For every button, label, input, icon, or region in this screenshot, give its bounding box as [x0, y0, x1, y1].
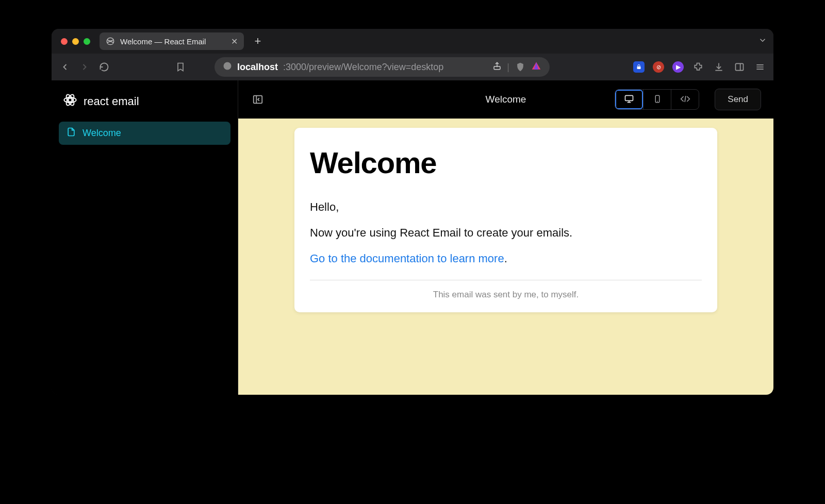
browser-window: Welcome — React Email ✕ + localhost:3000… [52, 29, 773, 395]
sidepanel-button[interactable] [733, 61, 746, 73]
email-body: Now you're using React Email to create y… [310, 226, 702, 240]
url-host: localhost [237, 62, 278, 73]
address-bar[interactable]: localhost:3000/preview/Welcome?view=desk… [214, 57, 550, 77]
email-link-suffix: . [504, 252, 507, 265]
desktop-icon [624, 94, 634, 106]
brand[interactable]: react email [59, 90, 230, 122]
code-icon [680, 94, 690, 106]
app-root: react email Welcome Welcome [52, 80, 773, 395]
sidebar-item-label: Welcome [82, 128, 121, 139]
main: Welcome [238, 80, 773, 395]
email-link-line: Go to the documentation to learn more. [310, 252, 702, 265]
close-window-button[interactable] [61, 38, 68, 45]
email-divider [310, 280, 702, 280]
browser-toolbar: localhost:3000/preview/Welcome?view=desk… [52, 54, 773, 80]
svg-point-11 [69, 98, 72, 102]
brand-logo-icon [63, 93, 77, 110]
email-greeting: Hello, [310, 200, 702, 214]
send-button[interactable]: Send [715, 89, 761, 110]
brave-shields-icon[interactable] [515, 61, 526, 73]
share-button[interactable] [492, 61, 502, 73]
nav-forward-button[interactable] [78, 61, 91, 73]
email-footer: This email was sent by me, to myself. [310, 290, 702, 300]
tab-favicon [106, 37, 115, 46]
brave-rewards-icon[interactable] [531, 61, 541, 74]
tab-list-button[interactable] [758, 36, 767, 47]
file-icon [66, 127, 76, 140]
email-preview-frame: Welcome Hello, Now you're using React Em… [238, 119, 773, 395]
toolbar-right: ⊘ ▶ [633, 61, 766, 73]
view-desktop-button[interactable] [615, 90, 643, 109]
svg-point-0 [224, 62, 232, 70]
view-toggle [615, 89, 699, 110]
tab-strip: Welcome — React Email ✕ + [52, 29, 773, 54]
preview-title: Welcome [486, 94, 526, 105]
svg-rect-4 [637, 66, 641, 69]
view-source-button[interactable] [671, 90, 699, 109]
email-doc-link[interactable]: Go to the documentation to learn more [310, 252, 504, 265]
sidebar-item-welcome[interactable]: Welcome [59, 122, 230, 145]
svg-line-22 [685, 96, 686, 102]
extension-icon-1[interactable] [633, 61, 645, 73]
email-card: Welcome Hello, Now you're using React Em… [294, 128, 717, 312]
bookmark-button[interactable] [174, 61, 187, 73]
reload-button[interactable] [98, 61, 110, 73]
sidebar: react email Welcome [52, 80, 238, 395]
minimize-window-button[interactable] [72, 38, 79, 45]
app-menu-button[interactable] [754, 61, 766, 73]
site-info-icon[interactable] [223, 61, 232, 73]
nav-back-button[interactable] [59, 61, 71, 73]
collapse-sidebar-button[interactable] [251, 92, 265, 107]
view-mobile-button[interactable] [643, 90, 671, 109]
svg-rect-6 [736, 63, 744, 70]
maximize-window-button[interactable] [84, 38, 90, 45]
mobile-icon [653, 94, 662, 105]
toolbar-divider: | [507, 62, 509, 73]
email-heading: Welcome [310, 145, 702, 180]
preview-header: Welcome [238, 80, 773, 119]
close-tab-button[interactable]: ✕ [231, 37, 238, 46]
extension-icon-2[interactable]: ⊘ [653, 61, 664, 73]
window-controls [61, 38, 90, 45]
new-tab-button[interactable]: + [250, 33, 266, 49]
extension-icon-3[interactable]: ▶ [672, 61, 684, 73]
browser-tab[interactable]: Welcome — React Email ✕ [100, 32, 244, 50]
tab-title: Welcome — React Email [120, 37, 206, 46]
svg-rect-17 [625, 95, 633, 100]
url-path: :3000/preview/Welcome?view=desktop [283, 62, 443, 73]
downloads-button[interactable] [713, 61, 725, 73]
brand-label: react email [84, 95, 139, 108]
extensions-button[interactable] [692, 61, 704, 73]
